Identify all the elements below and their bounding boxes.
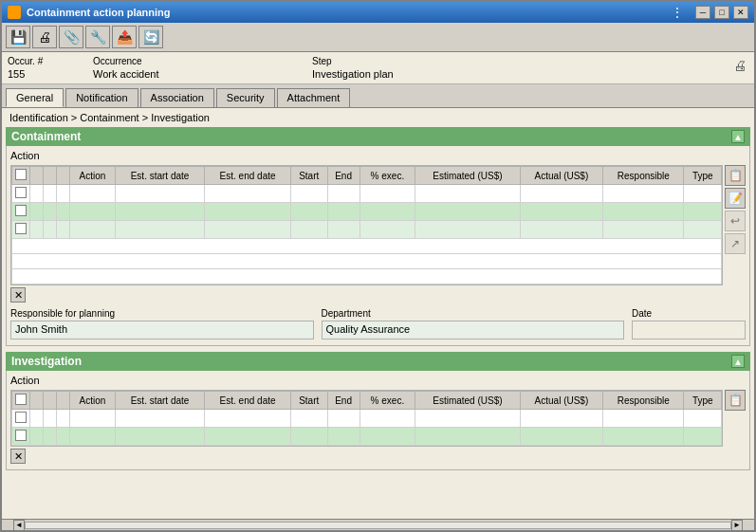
row-start[interactable] xyxy=(290,185,327,203)
inv-row-est-start[interactable] xyxy=(115,428,204,446)
inv-row-type[interactable] xyxy=(684,410,722,428)
inv-row-resp[interactable] xyxy=(603,428,684,446)
row-type[interactable] xyxy=(684,185,722,203)
inv-row-resp[interactable] xyxy=(603,410,684,428)
row-cb1[interactable] xyxy=(12,185,30,203)
row-type[interactable] xyxy=(684,221,722,239)
scroll-left-button[interactable]: ◄ xyxy=(13,520,25,531)
containment-table-wrapper: Action Est. start date Est. end date Sta… xyxy=(10,165,723,304)
row-act-usd[interactable] xyxy=(520,221,603,239)
row-action[interactable] xyxy=(70,221,116,239)
row-end[interactable] xyxy=(327,185,360,203)
row-start[interactable] xyxy=(290,221,327,239)
inv-delete-row-button[interactable]: ✕ xyxy=(10,449,26,464)
row-type[interactable] xyxy=(684,203,722,221)
containment-title: Containment xyxy=(11,130,81,143)
responsible-input[interactable]: John Smith xyxy=(10,321,314,339)
row-est-start[interactable] xyxy=(115,203,204,221)
inv-row-action[interactable] xyxy=(70,410,116,428)
col-start: Start xyxy=(290,167,327,185)
inv-col-exec: % exec. xyxy=(360,392,415,410)
minimize-button[interactable]: ─ xyxy=(695,6,710,19)
investigation-collapse-btn[interactable]: ▲ xyxy=(731,355,745,368)
tool-button[interactable]: 🔧 xyxy=(85,26,110,48)
inv-row-est-usd[interactable] xyxy=(415,410,520,428)
row-est-usd[interactable] xyxy=(415,203,520,221)
table-row-empty xyxy=(12,254,722,269)
inv-row-est-usd[interactable] xyxy=(415,428,520,446)
menu-dots-icon[interactable]: ⋮ xyxy=(671,5,684,20)
tab-general[interactable]: General xyxy=(6,88,64,107)
row-exec[interactable] xyxy=(360,221,415,239)
row-exec[interactable] xyxy=(360,185,415,203)
inv-row-end[interactable] xyxy=(327,410,360,428)
investigation-table: Action Est. start date Est. end date Sta… xyxy=(11,391,722,446)
inv-row-act-usd[interactable] xyxy=(520,428,603,446)
row-start[interactable] xyxy=(290,203,327,221)
inv-row-est-end[interactable] xyxy=(205,410,291,428)
edit-record-button[interactable]: 📝 xyxy=(725,188,746,209)
undo-button[interactable]: ↩ xyxy=(725,211,746,231)
col-estimated: Estimated (US$) xyxy=(415,167,520,185)
attach-button[interactable]: 📎 xyxy=(59,26,83,48)
maximize-button[interactable]: □ xyxy=(714,6,729,19)
row-est-start[interactable] xyxy=(115,185,204,203)
tab-association[interactable]: Association xyxy=(140,88,214,107)
row-end[interactable] xyxy=(327,203,360,221)
inv-row-cb1[interactable] xyxy=(12,410,30,428)
investigation-side-buttons: 📋 xyxy=(725,390,746,466)
row-est-usd[interactable] xyxy=(415,221,520,239)
tab-attachment[interactable]: Attachment xyxy=(277,88,351,107)
row-est-end[interactable] xyxy=(205,203,291,221)
row-est-start[interactable] xyxy=(115,221,204,239)
row-est-end[interactable] xyxy=(205,185,291,203)
header-print-icon[interactable]: 🖨 xyxy=(731,56,748,75)
print-button[interactable]: 🖨 xyxy=(32,26,57,48)
occurrence-field: Occurrence Work accident xyxy=(93,56,293,80)
inv-row-exec[interactable] xyxy=(360,410,415,428)
inv-row-est-end[interactable] xyxy=(205,428,291,446)
inv-row-end[interactable] xyxy=(327,428,360,446)
inv-header-checkbox[interactable] xyxy=(15,394,27,405)
row-est-usd[interactable] xyxy=(415,185,520,203)
containment-header: Containment ▲ xyxy=(6,127,750,146)
tab-security[interactable]: Security xyxy=(216,88,275,107)
row-resp[interactable] xyxy=(603,203,684,221)
scroll-track[interactable] xyxy=(25,522,731,529)
add-record-button[interactable]: 📋 xyxy=(725,165,746,186)
containment-collapse-btn[interactable]: ▲ xyxy=(731,130,745,143)
inv-col-action: Action xyxy=(70,392,116,410)
row-action[interactable] xyxy=(70,185,116,203)
save-button[interactable]: 💾 xyxy=(6,26,30,48)
inv-row-est-start[interactable] xyxy=(115,410,204,428)
inv-row-cb1[interactable] xyxy=(12,428,30,446)
arrow-button[interactable]: ↗ xyxy=(725,233,746,254)
row-act-usd[interactable] xyxy=(520,203,603,221)
department-input[interactable]: Quality Assurance xyxy=(322,321,625,339)
row-cb1[interactable] xyxy=(12,221,30,239)
header-checkbox[interactable] xyxy=(15,169,27,180)
row-action[interactable] xyxy=(70,203,116,221)
inv-row-exec[interactable] xyxy=(360,428,415,446)
row-resp[interactable] xyxy=(603,185,684,203)
inv-row-act-usd[interactable] xyxy=(520,410,603,428)
close-button[interactable]: ✕ xyxy=(733,6,748,19)
row-exec[interactable] xyxy=(360,203,415,221)
tab-notification[interactable]: Notification xyxy=(65,88,138,107)
scroll-right-button[interactable]: ► xyxy=(731,520,743,531)
inv-row-start[interactable] xyxy=(290,428,327,446)
row-est-end[interactable] xyxy=(205,221,291,239)
inv-row-action[interactable] xyxy=(70,428,116,446)
inv-row-type[interactable] xyxy=(684,428,722,446)
refresh-button[interactable]: 🔄 xyxy=(138,26,163,48)
row-resp[interactable] xyxy=(603,221,684,239)
upload-button[interactable]: 📤 xyxy=(112,26,137,48)
inv-add-record-button[interactable]: 📋 xyxy=(725,390,746,411)
date-input[interactable] xyxy=(632,321,746,339)
horizontal-scrollbar[interactable]: ◄ ► xyxy=(2,519,754,530)
delete-row-button[interactable]: ✕ xyxy=(10,287,26,303)
row-cb1[interactable] xyxy=(12,203,30,221)
row-act-usd[interactable] xyxy=(520,185,603,203)
row-end[interactable] xyxy=(327,221,360,239)
inv-row-start[interactable] xyxy=(290,410,327,428)
